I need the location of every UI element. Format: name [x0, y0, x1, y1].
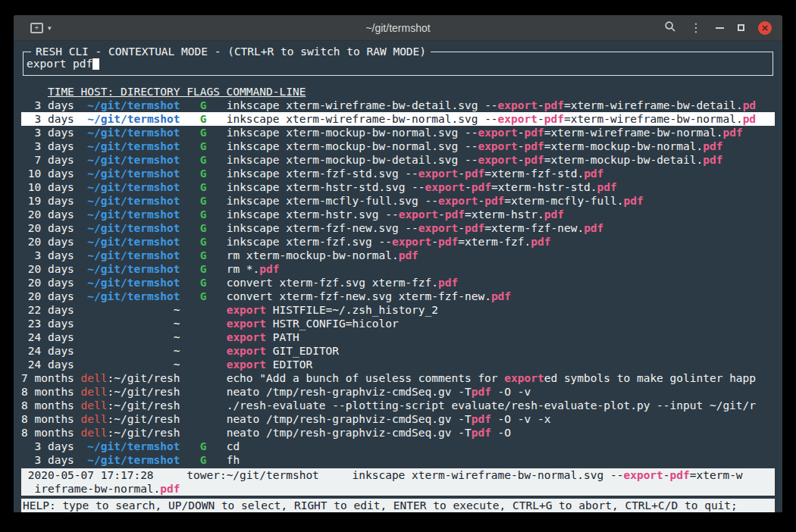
detail-line-2: ireframe-bw-normal.pdf	[21, 482, 775, 496]
search-box: RESH CLI - CONTEXTUAL MODE - (CTRL+R to …	[23, 52, 773, 76]
history-row[interactable]: 23 days ~ export HSTR_CONFIG=hicolor	[21, 317, 775, 330]
minimize-icon	[716, 27, 724, 29]
history-row[interactable]: 20 days ~/git/termshot G convert xterm-f…	[21, 289, 775, 303]
maximize-icon	[738, 24, 744, 31]
history-header: TIME HOST: DIRECTORY FLAGS COMMAND-LINE	[21, 85, 775, 99]
history-row[interactable]: 7 months dell:~/git/resh echo "Add a bun…	[21, 371, 775, 385]
history-row[interactable]: 3 days ~/git/termshot G inkscape xterm-w…	[21, 99, 775, 112]
history-row[interactable]: 20 days ~/git/termshot G inkscape xterm-…	[21, 208, 775, 221]
history-row[interactable]: 3 days ~/git/termshot G cd	[21, 440, 775, 453]
minimize-button[interactable]	[716, 27, 724, 29]
close-button[interactable]: ×	[758, 21, 772, 35]
history-row[interactable]: 8 months dell:~/git/resh neato /tmp/resh…	[21, 426, 775, 440]
history-row[interactable]: 3 days ~/git/termshot G rm xterm-mockup-…	[21, 249, 775, 262]
header-pad	[21, 86, 48, 98]
terminal-window: + ▾ ~/git/termshot ⋮ × RESH CLI - CONTEX…	[14, 15, 782, 512]
history-row[interactable]: 22 days ~ export HISTFILE=~/.zsh_history…	[21, 303, 775, 317]
menu-button[interactable]: ⋮	[690, 22, 702, 34]
kebab-icon: ⋮	[690, 22, 702, 34]
text-cursor	[92, 58, 99, 70]
help-line: HELP: type to search, UP/DOWN to select,…	[21, 499, 775, 512]
search-icon	[664, 20, 676, 35]
history-row[interactable]: 24 days ~ export PATH	[21, 330, 775, 344]
history-row[interactable]: 20 days ~/git/termshot G inkscape xterm-…	[21, 221, 775, 235]
chevron-down-icon: ▾	[48, 24, 52, 32]
history-row[interactable]: 19 days ~/git/termshot G inkscape xterm-…	[21, 194, 775, 208]
history-row[interactable]: 8 months dell:~/git/resh neato /tmp/resh…	[21, 412, 775, 426]
history-row-selected[interactable]: 3 days ~/git/termshot G inkscape xterm-w…	[21, 112, 775, 126]
history-row[interactable]: 8 months dell:~/git/resh ./resh-evaluate…	[21, 399, 775, 412]
history-row[interactable]: 24 days ~ export EDITOR	[21, 358, 775, 371]
selected-detail: 2020-05-07 17:17:28 tower:~/git/termshot…	[21, 468, 775, 496]
search-query-text: export pdf	[27, 58, 92, 70]
history-row[interactable]: 10 days ~/git/termshot G inkscape xterm-…	[21, 167, 775, 180]
new-tab-button[interactable]: + ▾	[30, 23, 52, 33]
terminal-body: RESH CLI - CONTEXTUAL MODE - (CTRL+R to …	[14, 41, 782, 512]
new-tab-icon: +	[30, 23, 43, 33]
detail-line-1: 2020-05-07 17:17:28 tower:~/git/termshot…	[21, 468, 775, 482]
history-row[interactable]: 3 days ~/git/termshot G fh	[21, 453, 775, 467]
history-row[interactable]: 3 days ~/git/termshot G inkscape xterm-m…	[21, 139, 775, 153]
history-row[interactable]: 3 days ~/git/termshot G inkscape xterm-m…	[21, 126, 775, 139]
history-header-text: TIME HOST: DIRECTORY FLAGS COMMAND-LINE	[48, 86, 306, 98]
history-row[interactable]: 20 days ~/git/termshot G inkscape xterm-…	[21, 235, 775, 249]
history-row[interactable]: 7 days ~/git/termshot G inkscape xterm-m…	[21, 153, 775, 167]
search-button[interactable]	[664, 20, 676, 35]
history-row[interactable]: 10 days ~/git/termshot G inkscape xterm-…	[21, 180, 775, 194]
maximize-button[interactable]	[738, 24, 744, 31]
history-row[interactable]: 24 days ~ export GIT_EDITOR	[21, 344, 775, 358]
close-icon: ×	[758, 21, 772, 35]
history-row[interactable]: 8 months dell:~/git/resh neato /tmp/resh…	[21, 385, 775, 399]
mode-title: RESH CLI - CONTEXTUAL MODE - (CTRL+R to …	[31, 45, 431, 58]
titlebar: + ▾ ~/git/termshot ⋮ ×	[14, 15, 782, 41]
history-list: 3 days ~/git/termshot G inkscape xterm-w…	[21, 99, 775, 467]
history-row[interactable]: 20 days ~/git/termshot G convert xterm-f…	[21, 276, 775, 289]
history-row[interactable]: 20 days ~/git/termshot G rm *.pdf	[21, 262, 775, 276]
